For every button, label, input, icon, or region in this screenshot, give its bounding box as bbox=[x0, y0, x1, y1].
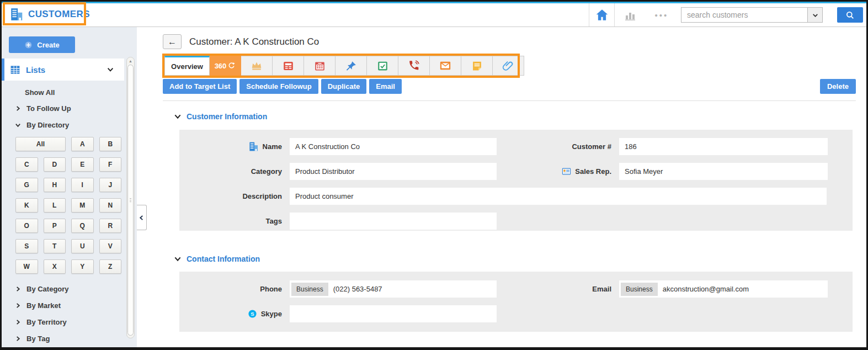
sidebar-scrollbar[interactable]: ▲ bbox=[126, 57, 135, 338]
description-input[interactable] bbox=[290, 188, 827, 205]
category-input[interactable] bbox=[290, 163, 497, 180]
label-text: Category bbox=[251, 167, 282, 176]
sidebar-group[interactable]: By Tag bbox=[15, 335, 69, 342]
customer-information-header[interactable]: Customer Information bbox=[174, 112, 267, 121]
directory-letter-button[interactable]: X bbox=[44, 259, 66, 274]
tab-calendar[interactable] bbox=[304, 56, 336, 76]
directory-letter-button[interactable]: O bbox=[15, 219, 38, 233]
directory-letter-button[interactable]: N bbox=[99, 198, 122, 213]
directory-letter-button[interactable]: E bbox=[71, 157, 94, 172]
tab-opportunities[interactable] bbox=[241, 56, 273, 76]
directory-letter-button[interactable]: G bbox=[15, 178, 38, 192]
sales-rep-input[interactable] bbox=[619, 163, 828, 180]
tab-calls[interactable] bbox=[398, 56, 430, 76]
schedule-followup-button[interactable]: Schedule Followup bbox=[239, 79, 318, 94]
group-label: By Market bbox=[26, 301, 61, 310]
sidebar-group-by-directory[interactable]: By Directory bbox=[15, 121, 69, 129]
app-logo[interactable]: CUSTOMERS bbox=[9, 7, 90, 22]
label-text: Sales Rep. bbox=[575, 167, 611, 176]
phone-field[interactable]: Business (022) 563-5487 bbox=[290, 280, 497, 298]
tags-label: Tags bbox=[179, 217, 290, 225]
pushpin-icon bbox=[345, 60, 357, 72]
directory-letter-button[interactable]: H bbox=[44, 178, 66, 192]
duplicate-button[interactable]: Duplicate bbox=[321, 79, 367, 94]
skype-label: S Skype bbox=[179, 309, 290, 319]
phone-type-chip[interactable]: Business bbox=[291, 283, 328, 296]
directory-letter-button[interactable]: V bbox=[99, 239, 122, 253]
contact-information-header[interactable]: Contact Information bbox=[174, 254, 260, 263]
directory-letter-button[interactable]: I bbox=[71, 178, 94, 192]
directory-letter-button[interactable]: M bbox=[71, 198, 94, 213]
create-button[interactable]: Create bbox=[9, 36, 75, 53]
directory-letter-button[interactable]: C bbox=[15, 157, 38, 172]
customer-number-label: Customer # bbox=[497, 142, 619, 151]
name-label: Name bbox=[179, 141, 290, 152]
directory-letter-button[interactable]: P bbox=[44, 219, 66, 233]
paperclip-icon bbox=[502, 60, 514, 72]
directory-letter-button[interactable]: Y bbox=[71, 259, 94, 274]
sidebar-group[interactable]: By Market bbox=[15, 302, 69, 309]
tags-input[interactable] bbox=[290, 213, 497, 230]
field-row: S Skype bbox=[179, 301, 853, 326]
directory-letter-button[interactable]: D bbox=[44, 157, 66, 172]
skype-icon: S bbox=[248, 309, 257, 319]
sidebar-group[interactable]: By Territory bbox=[15, 319, 69, 326]
skype-input[interactable] bbox=[290, 305, 497, 322]
sidebar-item-show-all[interactable]: Show All bbox=[25, 88, 55, 97]
group-label: To Follow Up bbox=[26, 104, 71, 113]
delete-button[interactable]: Delete bbox=[820, 79, 856, 94]
search-icon bbox=[845, 10, 855, 20]
back-button[interactable]: ← bbox=[163, 34, 182, 49]
directory-letter-button[interactable]: F bbox=[99, 157, 122, 172]
label-text: Description bbox=[242, 192, 282, 200]
search-input[interactable] bbox=[681, 7, 808, 23]
directory-letter-button[interactable]: U bbox=[71, 239, 94, 253]
directory-letter-button[interactable]: R bbox=[99, 219, 122, 233]
scroll-up-arrow-icon[interactable]: ▲ bbox=[127, 59, 134, 63]
search-button[interactable] bbox=[837, 7, 863, 23]
sidebar-group-to-follow-up[interactable]: To Follow Up bbox=[15, 104, 71, 113]
tab-follow-ups[interactable] bbox=[336, 56, 367, 76]
directory-letter-button[interactable]: Q bbox=[71, 219, 94, 233]
section-divider bbox=[163, 100, 856, 101]
tab-emails[interactable] bbox=[430, 56, 461, 76]
email-button[interactable]: Email bbox=[369, 79, 402, 94]
top-bar: CUSTOMERS ••• bbox=[2, 3, 866, 27]
sidebar-item-lists[interactable]: Lists bbox=[2, 59, 124, 81]
tab-documents[interactable] bbox=[493, 56, 524, 76]
phone-value: (022) 563-5487 bbox=[333, 285, 382, 293]
directory-letter-button[interactable]: B bbox=[99, 137, 122, 151]
directory-letter-button[interactable]: K bbox=[15, 198, 38, 213]
sidebar-group[interactable]: By Category bbox=[15, 285, 69, 293]
customer-information-panel: Name Customer # Category Sales Rep. bbox=[179, 130, 853, 231]
email-field[interactable]: Business akconstruction@gmail.com bbox=[619, 280, 828, 298]
directory-letter-button[interactable]: Z bbox=[99, 259, 122, 274]
add-to-target-list-button[interactable]: Add to Target List bbox=[163, 79, 237, 94]
overflow-menu-button[interactable]: ••• bbox=[646, 3, 678, 26]
name-input[interactable] bbox=[290, 138, 497, 155]
email-type-chip[interactable]: Business bbox=[621, 283, 658, 296]
tab-notes[interactable] bbox=[461, 56, 493, 76]
tab-tasks[interactable] bbox=[367, 56, 398, 76]
directory-letter-button[interactable]: L bbox=[44, 198, 66, 213]
directory-letter-button[interactable]: T bbox=[44, 239, 66, 253]
tab-news[interactable] bbox=[273, 56, 304, 76]
directory-letter-button[interactable]: J bbox=[99, 178, 122, 192]
directory-letter-button[interactable]: A bbox=[71, 137, 94, 151]
sidebar: Create Lists Show All To Follow Up By Di… bbox=[2, 27, 137, 347]
dashboard-button[interactable] bbox=[615, 3, 646, 26]
home-button[interactable] bbox=[589, 3, 615, 26]
sidebar-collapse-handle[interactable] bbox=[137, 205, 147, 230]
field-row: Name Customer # bbox=[179, 134, 853, 159]
customer-number-input[interactable] bbox=[619, 138, 828, 155]
tab-360-label: 360 bbox=[215, 62, 227, 70]
directory-letter-button[interactable]: W bbox=[15, 259, 38, 274]
directory-letter-button[interactable]: All bbox=[15, 137, 66, 151]
description-label: Description bbox=[179, 192, 290, 200]
scrollbar-thumb[interactable] bbox=[127, 65, 134, 336]
tab-360-view[interactable]: 360 bbox=[210, 56, 241, 76]
tab-overview[interactable]: Overview bbox=[164, 56, 210, 76]
bar-chart-icon bbox=[624, 8, 637, 22]
search-scope-dropdown[interactable] bbox=[808, 7, 823, 23]
directory-letter-button[interactable]: S bbox=[15, 239, 38, 253]
